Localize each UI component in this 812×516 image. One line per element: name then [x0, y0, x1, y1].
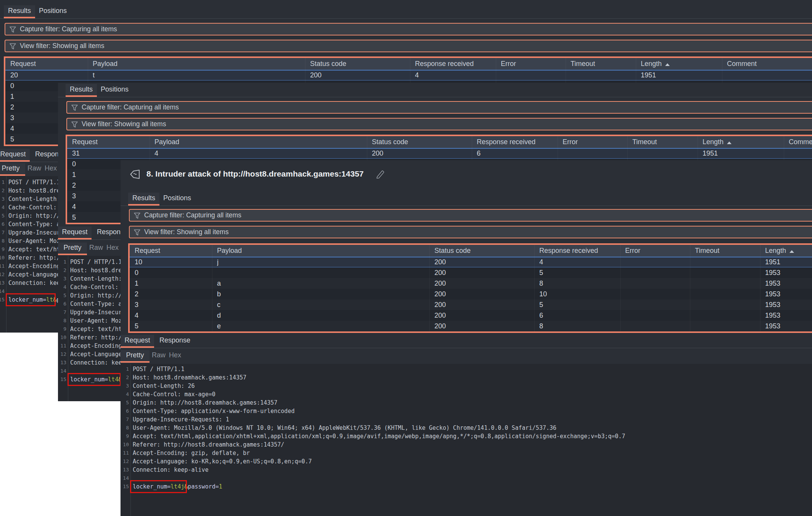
desktop: { "colors": { "page_bg": "#ffffff", "win… [0, 0, 812, 516]
column-header-payload[interactable]: Payload [93, 58, 305, 70]
column-header-response-received[interactable]: Response received [415, 58, 496, 70]
cell-length: 1953 [765, 299, 812, 310]
column-header-payload[interactable]: Payload [217, 245, 429, 257]
capture-filter-bar[interactable]: Capture filter: Capturing all items [129, 209, 812, 222]
line-number: 10 [116, 440, 129, 449]
column-header-response-received[interactable]: Response received [477, 136, 558, 148]
tab-results[interactable]: Results [66, 85, 97, 93]
table-row[interactable]: 31420061951 [67, 148, 812, 159]
tab-positions[interactable]: Positions [101, 85, 129, 93]
tab-pretty[interactable]: Pretty [0, 164, 25, 172]
table-row[interactable]: 5e20081953 [130, 321, 812, 331]
column-header-request[interactable]: Request [10, 58, 88, 70]
filter-label: View filter: Showing all items [82, 120, 166, 128]
table-row[interactable]: 4d20061953 [130, 310, 812, 321]
request-line: POST / HTTP/1.1 [70, 258, 122, 266]
column-header-error[interactable]: Error [563, 136, 627, 148]
table-row[interactable]: 10j20041951 [130, 257, 812, 267]
column-header-length[interactable]: Length [765, 245, 812, 257]
column-separator [690, 245, 690, 331]
cell-status_code: 200 [434, 321, 534, 331]
cell-response_received: 4 [539, 257, 620, 267]
filter-label: View filter: Showing all items [20, 42, 104, 50]
column-separator [620, 245, 621, 331]
capture-filter-bar[interactable]: Capture filter: Capturing all items [5, 23, 812, 35]
line-number: 1 [0, 178, 5, 186]
table-header: RequestPayloadStatus codeResponse receiv… [67, 136, 812, 148]
column-header-length[interactable]: Length [641, 58, 722, 70]
cell-request: 20 [10, 70, 88, 80]
tab-pretty[interactable]: Pretty [58, 244, 87, 252]
line-number: 7 [0, 228, 5, 237]
cell-request: 1 [135, 278, 212, 289]
cell-status_code: 200 [434, 257, 534, 267]
column-header-status-code[interactable]: Status code [310, 58, 410, 70]
tab-pretty-underline [121, 361, 150, 363]
editor-tabs-divider [121, 348, 812, 348]
cell-status_code: 200 [434, 299, 534, 310]
capture-filter-bar[interactable]: Capture filter: Capturing all items [66, 101, 812, 114]
column-header-status-code[interactable]: Status code [434, 245, 534, 257]
tab-pretty[interactable]: Pretty [121, 351, 150, 359]
tab-hex[interactable]: Hex [45, 164, 57, 172]
pencil-icon[interactable] [375, 170, 385, 180]
line-number: 5 [116, 399, 129, 407]
line-number: 12 [116, 457, 129, 466]
tab-response[interactable]: Response [159, 336, 190, 344]
tab-hex[interactable]: Hex [169, 351, 181, 359]
cell-payload: 4 [154, 148, 367, 159]
cell-response_received: 8 [539, 321, 620, 331]
table-row[interactable]: 020051953 [130, 267, 812, 278]
request-line: POST / HTTP/1.1 [133, 365, 184, 373]
cell-request: 2 [135, 289, 212, 299]
line-number: 15 [0, 296, 5, 304]
tab-raw[interactable]: Raw [89, 244, 103, 252]
view-filter-bar[interactable]: View filter: Showing all items [129, 226, 812, 238]
tab-raw[interactable]: Raw [152, 351, 166, 359]
filter-label: Capture filter: Capturing all items [82, 103, 179, 111]
tab-request[interactable]: Request [121, 336, 154, 344]
cell-request: 10 [135, 257, 212, 267]
cell-response_received: 5 [539, 299, 620, 310]
tab-positions[interactable]: Positions [39, 7, 67, 15]
column-header-request[interactable]: Request [72, 136, 150, 148]
column-header-payload[interactable]: Payload [154, 136, 367, 148]
view-filter-bar[interactable]: View filter: Showing all items [66, 118, 812, 130]
tab-results[interactable]: Results [4, 7, 35, 15]
column-header-error[interactable]: Error [501, 58, 566, 70]
line-number: 4 [0, 203, 5, 212]
tab-hex[interactable]: Hex [106, 244, 119, 252]
gutter-separator [130, 364, 131, 516]
column-header-timeout[interactable]: Timeout [695, 245, 760, 257]
tag-icon [129, 168, 141, 180]
column-header-timeout[interactable]: Timeout [632, 136, 698, 148]
cell-status_code: 200 [434, 278, 534, 289]
table-row[interactable]: 2b200101953 [130, 289, 812, 299]
column-header-comment[interactable]: Comment [727, 58, 812, 70]
table-row[interactable]: 3c20051953 [130, 299, 812, 310]
cell-payload: j [217, 257, 429, 267]
column-header-comment[interactable]: Comment [789, 136, 812, 148]
line-number: 14 [116, 474, 129, 482]
funnel-icon [71, 121, 78, 128]
column-header-status-code[interactable]: Status code [372, 136, 472, 148]
tab-request[interactable]: Request [58, 228, 92, 236]
tab-raw[interactable]: Raw [27, 164, 41, 172]
cell-response_received: 8 [539, 278, 620, 289]
table-row[interactable]: 20t20041951 [5, 70, 812, 80]
tab-results[interactable]: Results [128, 194, 159, 202]
request-line: Content-Type: application/x-www-form-url… [133, 407, 294, 415]
column-header-response-received[interactable]: Response received [539, 245, 620, 257]
line-number: 2 [116, 373, 129, 382]
column-header-request[interactable]: Request [135, 245, 212, 257]
tab-positions[interactable]: Positions [163, 194, 191, 202]
line-number: 1 [53, 258, 66, 266]
table-row[interactable]: 1a20081953 [130, 278, 812, 289]
results-table: RequestPayloadStatus codeResponse receiv… [128, 243, 812, 333]
column-header-timeout[interactable]: Timeout [571, 58, 636, 70]
line-number: 9 [0, 245, 5, 254]
column-header-error[interactable]: Error [625, 245, 690, 257]
view-filter-bar[interactable]: View filter: Showing all items [5, 40, 812, 52]
tab-request[interactable]: Request [0, 150, 30, 158]
column-header-length[interactable]: Length [703, 136, 784, 148]
